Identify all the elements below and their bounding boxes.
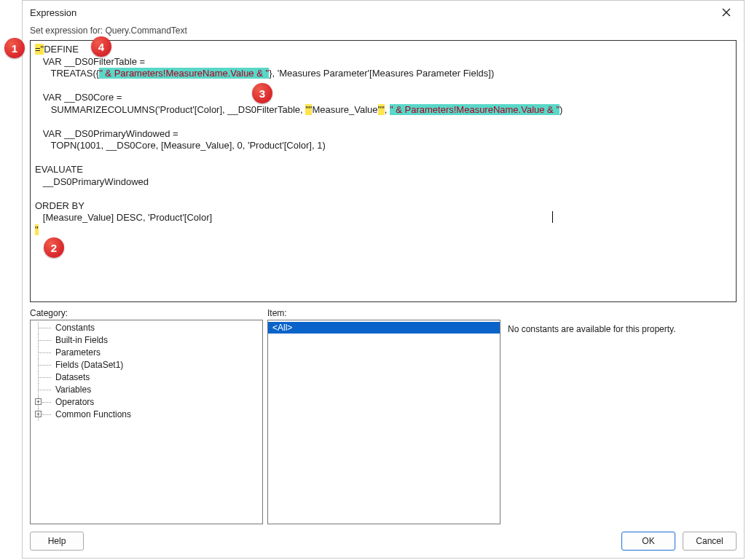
expression-dialog: Expression Set expression for: Query.Com…	[22, 0, 745, 559]
category-item[interactable]: +Common Functions	[31, 409, 262, 421]
selectors-row: Category: ConstantsBuilt-in FieldsParame…	[23, 302, 744, 524]
category-item[interactable]: Built-in Fields	[31, 334, 262, 347]
expression-editor[interactable]: ="DEFINE VAR __DS0FilterTable = TREATAS(…	[31, 41, 736, 301]
close-icon	[722, 8, 731, 17]
dialog-title: Expression	[30, 7, 76, 18]
description-panel: No constants are available for this prop…	[505, 308, 737, 524]
category-item-label: Datasets	[55, 372, 90, 382]
callout-badge: 1	[4, 38, 25, 58]
callout-badge: 4	[91, 36, 111, 57]
category-item-label: Built-in Fields	[55, 335, 108, 345]
item-list[interactable]: <All>	[267, 320, 500, 524]
dialog-subtitle: Set expression for: Query.CommandText	[23, 23, 744, 40]
description-spacer	[505, 308, 737, 318]
category-item[interactable]: +Operators	[31, 396, 262, 409]
category-tree[interactable]: ConstantsBuilt-in FieldsParametersFields…	[30, 320, 263, 524]
item-row[interactable]: <All>	[268, 322, 500, 334]
item-panel: Item: <All>	[267, 308, 500, 524]
text-caret	[552, 211, 553, 223]
category-label: Category:	[30, 308, 263, 318]
callout-badge: 3	[252, 83, 272, 103]
ok-button[interactable]: OK	[621, 532, 675, 551]
expand-icon[interactable]: +	[35, 411, 42, 417]
dialog-footer: Help OK Cancel	[23, 524, 744, 558]
category-item[interactable]: Constants	[31, 322, 262, 334]
category-item-label: Common Functions	[55, 409, 131, 419]
category-item[interactable]: Fields (DataSet1)	[31, 359, 262, 371]
category-item-label: Parameters	[55, 347, 101, 358]
expand-icon[interactable]: +	[35, 398, 42, 405]
category-item[interactable]: Variables	[31, 384, 262, 396]
cancel-button[interactable]: Cancel	[683, 532, 737, 551]
titlebar: Expression	[23, 1, 744, 23]
category-item-label: Variables	[55, 384, 91, 395]
category-panel: Category: ConstantsBuilt-in FieldsParame…	[30, 308, 263, 524]
callout-badge: 2	[44, 237, 64, 258]
category-item[interactable]: Datasets	[31, 371, 262, 384]
category-item-label: Operators	[55, 397, 94, 407]
category-item-label: Constants	[55, 323, 95, 333]
close-button[interactable]	[716, 5, 737, 20]
category-item-label: Fields (DataSet1)	[55, 360, 123, 370]
item-label: Item:	[267, 308, 500, 318]
category-item[interactable]: Parameters	[31, 347, 262, 359]
description-text: No constants are available for this prop…	[505, 320, 737, 524]
help-button[interactable]: Help	[30, 532, 84, 551]
expression-editor-frame: ="DEFINE VAR __DS0FilterTable = TREATAS(…	[30, 40, 737, 302]
